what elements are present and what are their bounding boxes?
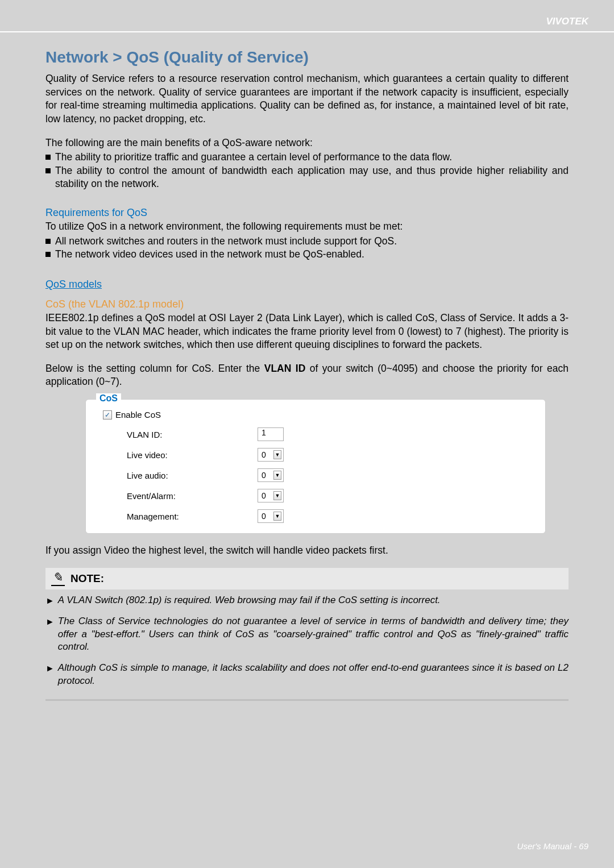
- note-item: ► The Class of Service technologies do n…: [45, 615, 569, 654]
- chevron-down-icon: ▼: [273, 512, 281, 521]
- management-select[interactable]: 0 ▼: [258, 509, 284, 523]
- note-label: NOTE:: [70, 572, 104, 585]
- text-bold: VLAN ID: [264, 363, 306, 374]
- chevron-down-icon: ▼: [273, 450, 281, 459]
- enable-cos-label: Enable CoS: [115, 410, 161, 420]
- live-video-label: Live video:: [127, 450, 258, 460]
- triangle-bullet-icon: ►: [45, 595, 55, 607]
- note-item: ► A VLAN Switch (802.1p) is required. We…: [45, 594, 569, 607]
- requirements-list: All network switches and routers in the …: [45, 235, 569, 261]
- requirements-heading: Requirements for QoS: [45, 207, 569, 219]
- live-video-select[interactable]: 0 ▼: [258, 448, 284, 462]
- benefits-lead: The following are the main benefits of a…: [45, 136, 569, 150]
- footer-page-number: User's Manual - 69: [517, 841, 588, 851]
- live-audio-select[interactable]: 0 ▼: [258, 468, 284, 482]
- select-value: 0: [262, 491, 266, 500]
- square-bullet-icon: [45, 155, 51, 160]
- chevron-down-icon: ▼: [273, 491, 281, 500]
- note-header: ✎ NOTE:: [45, 568, 569, 589]
- live-audio-row: Live audio: 0 ▼: [103, 468, 528, 482]
- end-divider: [45, 699, 569, 701]
- vlan-id-input[interactable]: 1: [258, 427, 284, 441]
- square-bullet-icon: [45, 239, 51, 244]
- vlan-id-label: VLAN ID:: [127, 430, 258, 439]
- live-video-row: Live video: 0 ▼: [103, 448, 528, 462]
- requirements-lead: To utilize QoS in a network environment,…: [45, 220, 569, 234]
- event-alarm-select[interactable]: 0 ▼: [258, 489, 284, 502]
- list-item: The ability to control the amount of ban…: [45, 164, 569, 191]
- list-item-text: All network switches and routers in the …: [55, 235, 397, 248]
- event-alarm-label: Event/Alarm:: [127, 491, 258, 501]
- list-item-text: The network video devices used in the ne…: [55, 248, 364, 261]
- note-text: A VLAN Switch (802.1p) is required. Web …: [58, 594, 441, 607]
- cos-legend: CoS: [96, 393, 121, 404]
- qos-models-heading: QoS models: [45, 279, 569, 290]
- select-value: 0: [262, 471, 266, 480]
- benefits-list: The ability to prioritize traffic and gu…: [45, 151, 569, 191]
- list-item: All network switches and routers in the …: [45, 235, 569, 248]
- event-alarm-row: Event/Alarm: 0 ▼: [103, 489, 528, 502]
- note-text: The Class of Service technologies do not…: [58, 615, 569, 654]
- list-item-text: The ability to control the amount of ban…: [55, 164, 569, 191]
- note-item: ► Although CoS is simple to manage, it l…: [45, 662, 569, 688]
- management-label: Management:: [127, 512, 258, 521]
- note-pencil-icon: ✎: [51, 571, 65, 586]
- note-text: Although CoS is simple to manage, it lac…: [58, 662, 569, 688]
- square-bullet-icon: [45, 168, 51, 173]
- live-audio-label: Live audio:: [127, 471, 258, 480]
- chevron-down-icon: ▼: [273, 471, 281, 480]
- page-content: Network > QoS (Quality of Service) Quali…: [0, 31, 614, 701]
- triangle-bullet-icon: ►: [45, 616, 55, 654]
- header-divider: [0, 31, 614, 32]
- intro-paragraph: Quality of Service refers to a resource …: [45, 72, 569, 126]
- list-item: The network video devices used in the ne…: [45, 248, 569, 261]
- select-value: 0: [262, 450, 266, 459]
- cos-below-paragraph: Below is the setting column for CoS. Ent…: [45, 362, 569, 389]
- enable-cos-checkbox[interactable]: ✓: [103, 410, 112, 420]
- vlan-id-row: VLAN ID: 1: [103, 427, 528, 441]
- page-title: Network > QoS (Quality of Service): [45, 48, 569, 67]
- select-value: 0: [262, 512, 266, 521]
- brand-label: VIVOTEK: [546, 16, 588, 27]
- management-row: Management: 0 ▼: [103, 509, 528, 523]
- enable-cos-row: ✓ Enable CoS: [103, 410, 528, 420]
- triangle-bullet-icon: ►: [45, 662, 55, 688]
- after-box-text: If you assign Video the highest level, t…: [45, 544, 569, 558]
- square-bullet-icon: [45, 252, 51, 257]
- cos-paragraph: IEEE802.1p defines a QoS model at OSI La…: [45, 312, 569, 352]
- cos-heading: CoS (the VLAN 802.1p model): [45, 298, 569, 310]
- list-item: The ability to prioritize traffic and gu…: [45, 151, 569, 164]
- text-span: Below is the setting column for CoS. Ent…: [45, 363, 264, 374]
- cos-settings-panel: CoS ✓ Enable CoS VLAN ID: 1 Live video: …: [85, 399, 546, 534]
- list-item-text: The ability to prioritize traffic and gu…: [55, 151, 452, 164]
